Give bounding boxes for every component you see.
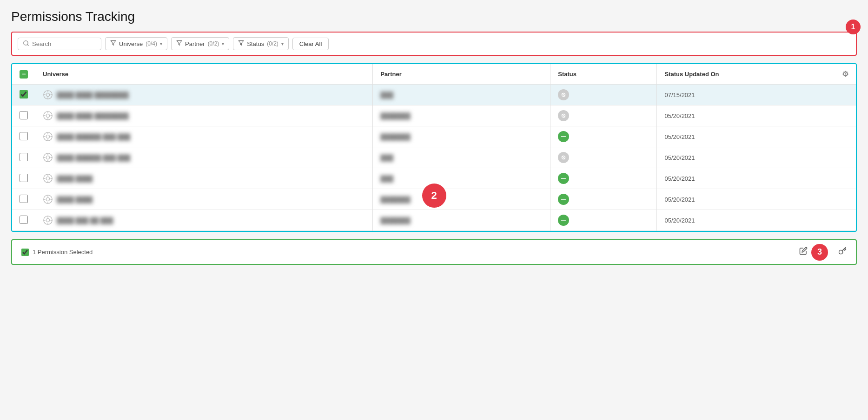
universe-target-icon: [43, 152, 53, 163]
partner-cell: ███████: [373, 210, 550, 231]
universe-cell: ████ ████ ████████: [35, 105, 373, 126]
partner-name: ███████: [380, 133, 410, 140]
svg-point-7: [46, 93, 49, 96]
status-cell: [550, 126, 657, 147]
status-cell: [550, 85, 657, 105]
status-updated-cell: 05/20/2021: [657, 168, 835, 189]
status-cell: [550, 105, 657, 126]
row-actions-cell: [835, 168, 856, 189]
partner-filter-label: Partner: [185, 40, 205, 47]
status-updated-cell: 05/20/2021: [657, 126, 835, 147]
row-checkbox[interactable]: [20, 90, 28, 98]
row-checkbox-cell: [12, 168, 35, 189]
universe-cell: ████ ████ ████████: [35, 85, 373, 105]
row-actions-cell: [835, 105, 856, 126]
row-checkbox[interactable]: [20, 111, 28, 119]
search-icon: [23, 40, 29, 48]
universe-filter-icon: [110, 40, 116, 47]
universe-filter-count: (0/4): [146, 40, 157, 47]
annotation-badge-1: 1: [846, 20, 861, 34]
selected-count-label: 1 Permission Selected: [33, 249, 93, 256]
partner-name: ███████: [380, 196, 410, 203]
universe-chevron-icon: ▾: [160, 41, 162, 46]
table-header-row: Universe Partner Status Status Updated O…: [12, 64, 856, 85]
status-filter-label: Status: [247, 40, 264, 47]
selected-count-checkbox[interactable]: [21, 249, 29, 256]
row-actions-cell: [835, 126, 856, 147]
partner-filter-icon: [176, 40, 182, 47]
row-checkbox[interactable]: [20, 132, 28, 140]
universe-cell: ████ ████: [35, 189, 373, 210]
svg-marker-4: [239, 41, 244, 46]
selected-count-area: 1 Permission Selected: [21, 249, 788, 256]
universe-name: ████ ████ ████████: [57, 112, 129, 119]
universe-cell: ████ ██████ ███ ███: [35, 126, 373, 147]
partner-filter-count: (0/2): [208, 40, 219, 47]
row-checkbox-cell: [12, 85, 35, 105]
universe-target-icon: [43, 111, 53, 121]
table-row: ████ ████ ████████ ███ 07/15/2021: [12, 85, 856, 105]
annotation-badge-3: 3: [811, 244, 828, 261]
partner-filter-dropdown[interactable]: Partner (0/2) ▾: [171, 37, 229, 50]
row-actions-cell: [835, 189, 856, 210]
row-checkbox-cell: [12, 147, 35, 168]
col-header-settings: ⚙: [835, 64, 856, 85]
partner-cell: ███: [373, 147, 550, 168]
row-checkbox[interactable]: [20, 174, 28, 182]
col-header-status-updated: Status Updated On: [657, 64, 835, 85]
partner-cell: ███: [373, 168, 550, 189]
status-cell: [550, 189, 657, 210]
key-action-icon[interactable]: [838, 247, 847, 257]
settings-gear-icon[interactable]: ⚙: [842, 70, 848, 78]
status-chevron-icon: ▾: [281, 41, 284, 46]
col-header-universe: Universe: [35, 64, 373, 85]
universe-filter-label: Universe: [119, 40, 143, 47]
col-header-partner: Partner: [373, 64, 550, 85]
partner-cell: ███████: [373, 126, 550, 147]
partner-name: ███: [380, 154, 393, 161]
partner-name: ███: [380, 175, 393, 182]
select-all-indicator[interactable]: [20, 70, 28, 79]
row-checkbox[interactable]: [20, 153, 28, 161]
select-all-header: [12, 64, 35, 85]
status-active-icon: [558, 194, 569, 205]
status-updated-cell: 05/20/2021: [657, 210, 835, 231]
row-checkbox[interactable]: [20, 195, 28, 203]
status-filter-count: (0/2): [267, 40, 278, 47]
status-cell: [550, 168, 657, 189]
page-title: Permissions Tracking: [11, 9, 857, 24]
search-wrapper: [18, 38, 101, 50]
status-updated-cell: 05/20/2021: [657, 105, 835, 126]
edit-action-icon[interactable]: [799, 247, 808, 257]
universe-name: ████ ████ ████████: [57, 92, 129, 98]
svg-point-52: [46, 218, 49, 222]
universe-target-icon: [43, 194, 53, 204]
svg-line-1: [27, 44, 29, 46]
universe-name: ████ ██████ ███ ███: [57, 154, 130, 161]
row-checkbox-cell: [12, 105, 35, 126]
search-input[interactable]: [32, 40, 88, 47]
universe-target-icon: [43, 131, 53, 142]
svg-point-45: [46, 197, 49, 201]
universe-cell: ████ ██████ ███ ███: [35, 147, 373, 168]
universe-name: ████ ████: [57, 175, 93, 182]
row-actions-cell: [835, 147, 856, 168]
status-filter-dropdown[interactable]: Status (0/2) ▾: [233, 37, 289, 50]
universe-filter-dropdown[interactable]: Universe (0/4) ▾: [105, 37, 167, 50]
table-row: ████ ████ ████████ ███████ 05/20/2021: [12, 105, 856, 126]
svg-point-38: [46, 177, 49, 180]
row-checkbox[interactable]: [20, 216, 28, 224]
svg-marker-3: [177, 41, 182, 46]
svg-point-23: [46, 135, 49, 138]
row-actions-cell: [835, 85, 856, 105]
status-cell: [550, 147, 657, 168]
status-cell: [550, 210, 657, 231]
row-checkbox-cell: [12, 189, 35, 210]
svg-marker-2: [111, 41, 116, 46]
universe-target-icon: [43, 215, 53, 225]
bottom-bar: 1 Permission Selected 3: [11, 239, 857, 265]
clear-all-button[interactable]: Clear All: [292, 38, 329, 50]
row-checkbox-cell: [12, 126, 35, 147]
status-updated-cell: 07/15/2021: [657, 85, 835, 105]
universe-target-icon: [43, 173, 53, 184]
